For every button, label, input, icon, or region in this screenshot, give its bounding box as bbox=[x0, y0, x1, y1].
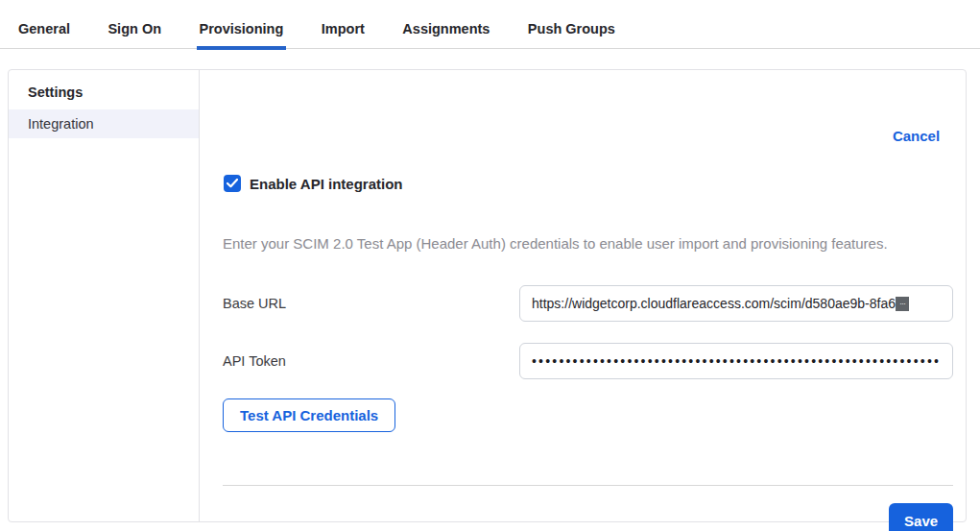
enable-api-row: Enable API integration bbox=[223, 175, 953, 192]
enable-api-checkbox[interactable] bbox=[224, 175, 241, 192]
save-button[interactable]: Save bbox=[889, 503, 953, 531]
tab-import[interactable]: Import bbox=[322, 0, 365, 48]
credentials-description: Enter your SCIM 2.0 Test App (Header Aut… bbox=[223, 235, 953, 252]
enable-api-label: Enable API integration bbox=[250, 176, 402, 192]
tab-sign-on[interactable]: Sign On bbox=[108, 0, 161, 48]
text-overflow-marker-icon: ··· bbox=[896, 297, 909, 311]
base-url-label: Base URL bbox=[223, 296, 519, 311]
provisioning-panel: Settings Integration Cancel Enable API i… bbox=[8, 69, 967, 522]
api-token-input[interactable]: ••••••••••••••••••••••••••••••••••••••••… bbox=[519, 343, 953, 379]
sidebar-header-settings: Settings bbox=[9, 79, 199, 109]
tab-provisioning[interactable]: Provisioning bbox=[200, 0, 284, 48]
footer-divider bbox=[223, 485, 953, 486]
integration-settings-content: Cancel Enable API integration Enter your… bbox=[200, 70, 976, 521]
cancel-row: Cancel bbox=[223, 70, 953, 145]
settings-sidebar: Settings Integration bbox=[9, 70, 200, 521]
api-token-row: API Token ••••••••••••••••••••••••••••••… bbox=[223, 343, 953, 379]
tab-general[interactable]: General bbox=[18, 0, 70, 48]
sidebar-item-integration[interactable]: Integration bbox=[9, 109, 199, 138]
tab-assignments[interactable]: Assignments bbox=[402, 0, 490, 48]
save-row: Save bbox=[223, 503, 953, 531]
api-token-label: API Token bbox=[223, 353, 519, 369]
tab-push-groups[interactable]: Push Groups bbox=[528, 0, 615, 48]
base-url-row: Base URL https://widgetcorp.cloudflareac… bbox=[223, 285, 953, 322]
test-credentials-row: Test API Credentials bbox=[223, 398, 953, 432]
test-api-credentials-button[interactable]: Test API Credentials bbox=[223, 398, 395, 432]
base-url-input[interactable]: https://widgetcorp.cloudflareaccess.com/… bbox=[519, 285, 953, 322]
app-tab-bar: General Sign On Provisioning Import Assi… bbox=[0, 0, 980, 49]
base-url-value: https://widgetcorp.cloudflareaccess.com/… bbox=[532, 286, 896, 321]
cancel-link[interactable]: Cancel bbox=[893, 128, 940, 144]
api-token-masked-value: ••••••••••••••••••••••••••••••••••••••••… bbox=[532, 344, 941, 378]
